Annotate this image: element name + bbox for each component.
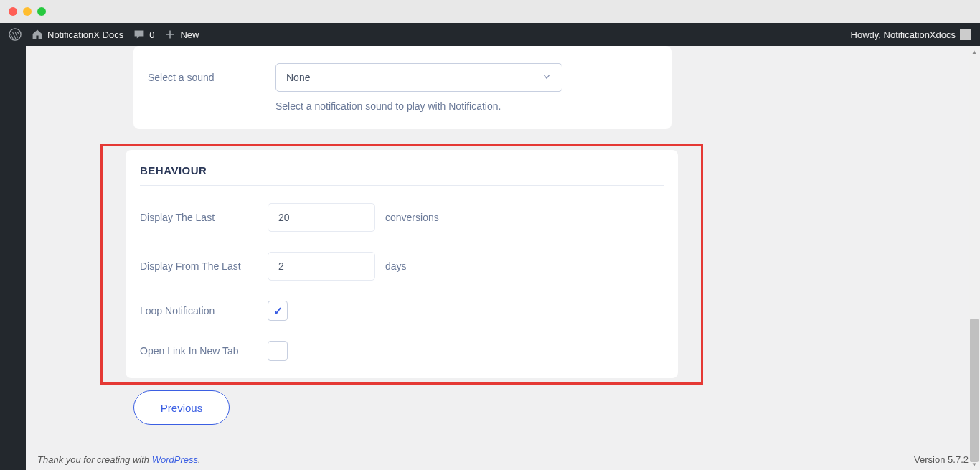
previous-label: Previous [161,402,202,414]
display-from-suffix: days [385,260,407,272]
display-from-row: Display From The Last days [140,252,664,281]
sound-settings-card: Select a sound None Select a notificatio… [133,46,672,129]
loop-notification-checkbox[interactable]: ✓ [268,301,288,321]
scrollbar-up-icon[interactable]: ▲ [969,46,980,57]
behaviour-title: BEHAVIOUR [140,164,664,177]
behaviour-highlight: BEHAVIOUR Display The Last conversions D… [100,144,703,385]
footer-bar: Thank you for creating with WordPress. V… [26,448,980,470]
loop-notification-label: Loop Notification [140,305,268,316]
window-minimize-icon[interactable] [23,7,32,16]
howdy-text: Howdy, NotificationXdocs [851,29,956,40]
wp-admin-bar: NotificationX Docs 0 New Howdy, Notifica… [0,23,980,46]
scrollbar[interactable]: ▲ ▼ [969,46,980,470]
display-from-input[interactable] [268,252,375,281]
wordpress-icon [9,28,22,41]
display-from-label: Display From The Last [140,260,268,272]
comments-count: 0 [149,29,154,40]
loop-notification-row: Loop Notification ✓ [140,301,664,321]
footer-thank-you: Thank you for creating with WordPress. [37,454,201,465]
plus-icon [164,29,176,40]
open-new-tab-checkbox[interactable] [268,341,288,361]
footer-version: Version 5.7.2 [914,454,969,465]
sound-selected-value: None [286,72,310,83]
content-area: Select a sound None Select a notificatio… [26,46,980,470]
window-chrome [0,0,980,23]
chevron-down-icon [542,72,552,84]
wp-bar-left: NotificationX Docs 0 New [9,28,199,41]
new-label: New [180,29,199,40]
sound-select[interactable]: None [275,63,562,92]
admin-body: Select a sound None Select a notificatio… [0,46,980,470]
window-maximize-icon[interactable] [37,7,46,16]
behaviour-header: BEHAVIOUR [140,150,664,186]
display-last-suffix: conversions [385,212,439,223]
comment-icon [133,29,145,40]
check-icon: ✓ [273,304,283,318]
new-link[interactable]: New [164,29,199,40]
sound-row: Select a sound None [148,63,657,92]
open-new-tab-label: Open Link In New Tab [140,345,268,357]
sound-help-text: Select a notification sound to play with… [275,100,657,112]
site-name-text: NotificationX Docs [47,29,123,40]
behaviour-card: BEHAVIOUR Display The Last conversions D… [126,150,678,378]
comments-link[interactable]: 0 [133,29,154,40]
footer-prefix: Thank you for creating with [37,454,152,465]
scrollbar-thumb[interactable] [970,319,979,462]
wp-logo-button[interactable] [9,28,22,41]
sound-control-wrap: None [275,63,657,92]
window-close-icon[interactable] [9,7,17,16]
home-icon [32,29,43,40]
avatar [960,29,971,40]
admin-sidebar[interactable] [0,46,26,470]
display-last-input[interactable] [268,203,375,232]
open-new-tab-row: Open Link In New Tab [140,341,664,361]
wordpress-link[interactable]: WordPress [152,454,198,465]
wp-bar-right[interactable]: Howdy, NotificationXdocs [851,29,971,40]
display-last-row: Display The Last conversions [140,203,664,232]
footer-suffix: . [198,454,201,465]
previous-button[interactable]: Previous [133,390,230,425]
display-last-label: Display The Last [140,212,268,223]
site-name-link[interactable]: NotificationX Docs [32,29,123,40]
scrollbar-down-icon[interactable]: ▼ [969,459,980,470]
sound-label: Select a sound [148,72,275,83]
